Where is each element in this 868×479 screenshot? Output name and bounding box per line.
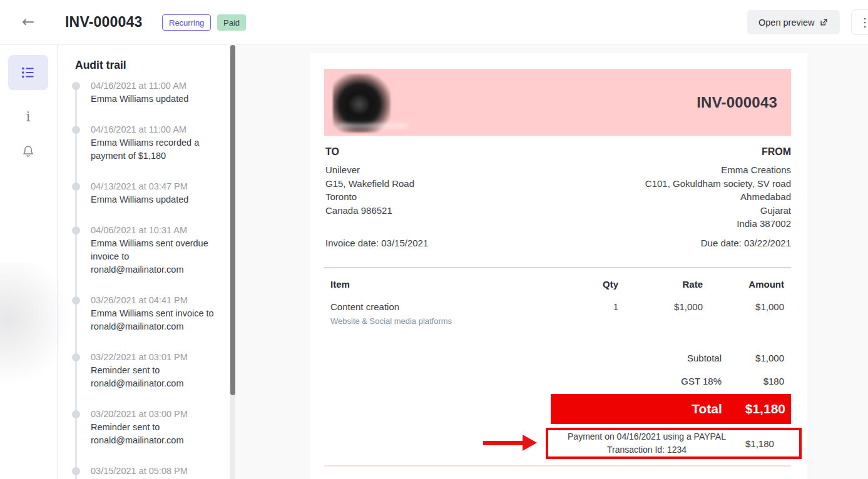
left-icon-rail: i (0, 45, 58, 479)
to-label: TO (325, 146, 414, 158)
timeline-dot (72, 126, 80, 134)
payment-line2: Transaction Id: 1234 (548, 443, 745, 456)
total-bar: Total $1,180 (551, 394, 791, 424)
payment-amount: $1,180 (745, 438, 799, 449)
invoice-date: Invoice date: 03/15/2021 (325, 238, 428, 248)
item-description: Website & Social media platforms (330, 316, 568, 326)
audit-timestamp: 04/06/2021 at 10:31 AM (91, 224, 228, 237)
audit-timestamp: 03/15/2021 at 05:08 PM (91, 465, 228, 478)
audit-text: Reminder sent to ronald@mailinator.com (91, 364, 219, 390)
audit-timestamp: 04/13/2021 at 03:47 PM (91, 180, 228, 193)
total-label: Total (692, 401, 722, 416)
from-line: Ahmedabad (645, 190, 791, 204)
more-options-button[interactable]: ⋮ (851, 9, 868, 35)
subtotal-label: Subtotal (687, 353, 722, 363)
open-preview-button[interactable]: Open preview (747, 10, 840, 34)
kebab-menu-icon: ⋮ (859, 16, 868, 29)
col-amount: Amount (703, 279, 784, 290)
audit-timestamp: 03/22/2021 at 03:01 PM (91, 351, 228, 364)
audit-timestamp: 03/20/2021 at 03:00 PM (91, 408, 228, 421)
subtotal-row: Subtotal $1,000 (330, 353, 784, 363)
audit-entry: 03/26/2021 at 04:41 PM Emma Williams sen… (72, 294, 228, 333)
audit-timeline: 04/16/2021 at 11:00 AM Emma Williams upd… (72, 79, 228, 479)
audit-timestamp: 04/16/2021 at 11:00 AM (91, 79, 228, 93)
gst-value: $180 (722, 376, 784, 386)
audit-entry: 04/06/2021 at 10:31 AM Emma Williams sen… (72, 224, 228, 276)
audit-trail-panel: Audit trail 04/16/2021 at 11:00 AM Emma … (58, 45, 235, 479)
invoice-banner: INV-000043 (324, 69, 791, 136)
open-preview-label: Open preview (758, 18, 814, 28)
item-name: Content creation (330, 301, 568, 312)
back-arrow-icon[interactable]: ← (18, 13, 39, 32)
timeline-dot (72, 296, 80, 305)
audit-trail-title: Audit trail (75, 59, 126, 72)
payment-highlight-box: Payment on 04/16/2021 using a PAYPAL Tra… (546, 428, 802, 459)
subtotal-value: $1,000 (722, 353, 784, 363)
bill-to-block: TO Unilever G15, Wakefield Road Toronto … (325, 146, 414, 217)
timeline-dot (72, 183, 80, 191)
audit-scrollbar-thumb[interactable] (230, 45, 235, 395)
audit-timestamp: 03/26/2021 at 04:41 PM (91, 294, 228, 307)
item-rate: $1,000 (618, 301, 703, 326)
total-value: $1,180 (745, 401, 785, 416)
list-icon (20, 64, 36, 81)
bill-from-block: FROM Emma Creations C101, Gokuldham soci… (645, 146, 791, 231)
to-line: Canada 986521 (325, 204, 414, 218)
table-top-divider (324, 267, 791, 268)
to-line: G15, Wakefield Road (325, 177, 414, 191)
sidebar-item-notifications[interactable] (8, 134, 48, 169)
external-link-icon (819, 18, 829, 27)
item-qty: 1 (568, 301, 618, 326)
col-qty: Qty (568, 279, 618, 290)
col-rate: Rate (618, 279, 703, 290)
invoice-document: INV-000043 TO Unilever G15, Wakefield Ro… (310, 53, 807, 479)
due-date: Due date: 03/22/2021 (701, 238, 791, 248)
audit-entry: 03/15/2021 at 05:08 PM (72, 465, 228, 478)
audit-entry: 03/22/2021 at 03:01 PM Reminder sent to … (72, 351, 228, 390)
paid-status-badge: Paid (217, 14, 246, 31)
invoice-detail-page: ← INV-000043 Recurring Paid Open preview… (0, 0, 868, 479)
invoice-preview-area: INV-000043 TO Unilever G15, Wakefield Ro… (235, 45, 868, 479)
info-icon: i (26, 109, 30, 124)
from-line: C101, Gokuldham society, SV road (645, 177, 791, 191)
timeline-dot (72, 353, 80, 361)
audit-timestamp: 04/16/2021 at 11:00 AM (91, 123, 228, 136)
invoice-number: INV-000043 (697, 69, 777, 136)
line-item-row: Content creation Website & Social media … (330, 301, 784, 326)
audit-text: Reminder sent to ronald@mailinator.com (91, 421, 219, 447)
timeline-dot (72, 467, 80, 475)
from-line: Emma Creations (645, 163, 791, 177)
page-title: INV-000043 (65, 14, 142, 31)
gst-label: GST 18% (681, 376, 722, 386)
payment-line1: Payment on 04/16/2021 using a PAYPAL (548, 430, 745, 443)
from-label: FROM (645, 146, 791, 158)
sidebar-item-details[interactable]: i (8, 99, 48, 134)
to-line: Unilever (325, 163, 414, 177)
recurring-badge: Recurring (162, 14, 211, 31)
annotation-arrow-head (523, 435, 537, 451)
gst-row: GST 18% $180 (330, 376, 784, 386)
to-line: Toronto (325, 190, 414, 204)
sidebar-item-audit-trail[interactable] (8, 55, 48, 90)
audit-entry: 04/16/2021 at 11:00 AM Emma Williams rec… (72, 123, 228, 163)
audit-text: Emma Williams sent invoice to ronald@mai… (91, 307, 219, 333)
item-amount: $1,000 (703, 301, 784, 326)
audit-text: Emma Williams updated (91, 193, 219, 206)
timeline-dot (72, 226, 80, 234)
audit-entry: 04/13/2021 at 03:47 PM Emma Williams upd… (72, 180, 228, 206)
invoice-dates-row: Invoice date: 03/15/2021 Due date: 03/22… (325, 238, 791, 248)
timeline-dot (72, 82, 80, 90)
audit-text: Emma Williams updated (91, 93, 219, 106)
audit-scrollbar-track[interactable] (230, 45, 235, 479)
audit-text: Emma Williams recorded a payment of $1,1… (91, 136, 219, 163)
audit-entry: 03/20/2021 at 03:00 PM Reminder sent to … (72, 408, 228, 447)
invoice-footer-divider (324, 465, 791, 466)
top-header: ← INV-000043 Recurring Paid Open preview… (0, 0, 868, 45)
from-line: India 387002 (645, 217, 791, 231)
line-items-header: Item Qty Rate Amount (330, 279, 784, 290)
timeline-dot (72, 410, 80, 418)
from-line: Gujarat (645, 204, 791, 218)
col-item: Item (330, 279, 568, 290)
audit-text: Emma Williams sent overdue invoice to ro… (91, 237, 219, 276)
bell-icon (21, 144, 36, 159)
